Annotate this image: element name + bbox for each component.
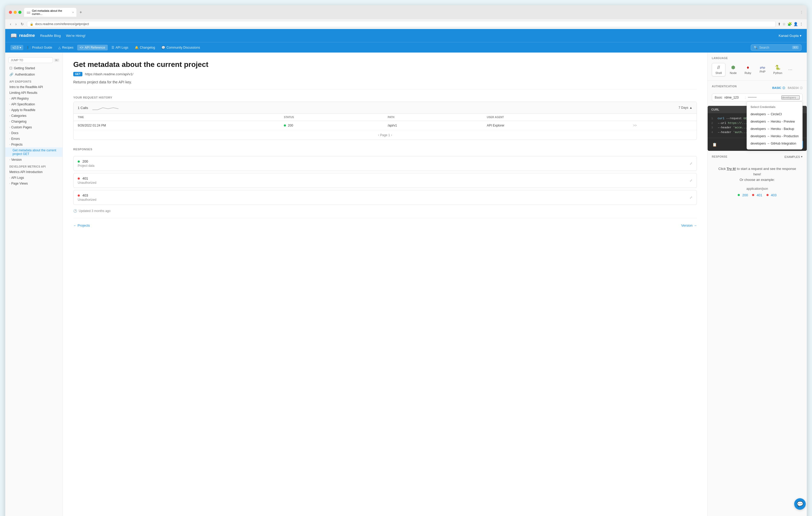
more-icon[interactable]: ⋮ [800, 22, 803, 26]
expand-icon-403: ⤢ [690, 195, 692, 200]
developer-metrics-section-label: DEVELOPER METRICS API [5, 162, 62, 169]
search-box[interactable]: 🔍 ⌘K [751, 44, 802, 51]
sidebar-group-errors[interactable]: › Errors [5, 136, 62, 142]
version-select[interactable]: v2.0 ▾ [10, 45, 23, 50]
browser-tab[interactable]: 📖 Get metadata about the curren... × [24, 8, 77, 17]
browser-titlebar: 📖 Get metadata about the curren... × + ⋮ [5, 5, 807, 19]
auth-header: AUTHENTICATION BASIC ⓘ BASE64 ⓘ [712, 85, 803, 91]
chevron-icon: › [9, 97, 10, 100]
sidebar-group-projects[interactable]: › Projects [5, 142, 62, 147]
lang-tab-shell[interactable]: // Shell [712, 63, 725, 76]
api-reference-icon: <> [80, 46, 83, 50]
dropdown-item-github[interactable]: developers → GitHub Integration [747, 140, 802, 147]
chevron-icon: › [9, 177, 10, 179]
sidebar-group-categories[interactable]: › Categories [5, 113, 62, 119]
sidebar-group-intro[interactable]: Intro to the ReadMe API [5, 84, 62, 90]
next-page-link[interactable]: Version → [681, 223, 697, 227]
auth-basic-toggle[interactable]: BASIC ⓘ [772, 86, 785, 90]
nav-changelog[interactable]: 🔔 Changelog [132, 45, 158, 51]
examples-button[interactable]: EXAMPLES ▾ [785, 155, 803, 158]
lang-tab-node[interactable]: ⬢ Node [726, 63, 740, 76]
lang-tab-php[interactable]: php PHP [756, 64, 770, 75]
bookmark-icon[interactable]: ☆ [782, 22, 786, 26]
tab-close-icon[interactable]: × [72, 11, 74, 14]
example-code-403[interactable]: 403 [766, 193, 777, 197]
search-input[interactable] [759, 46, 790, 50]
maximize-button[interactable] [18, 11, 22, 14]
user-menu[interactable]: Kanad Gupta ▾ [779, 34, 802, 38]
example-code-200[interactable]: 200 [738, 193, 748, 197]
period-select[interactable]: 7 Days ▲ [678, 106, 692, 110]
reload-button[interactable]: ↻ [20, 22, 25, 27]
getting-started-icon: ☐ [9, 66, 12, 70]
dropdown-item-heroku-production[interactable]: developers → Heroku - Production [747, 132, 802, 140]
nav-recipes[interactable]: △ Recipes [56, 45, 76, 51]
response-code-403: 403 [78, 193, 96, 198]
copy-code-button[interactable]: 📋 [711, 142, 718, 148]
more-languages-button[interactable]: ⋯ [786, 66, 794, 73]
sidebar-group-api-spec[interactable]: › API Specification [5, 101, 62, 107]
chevron-icon: › [9, 132, 10, 134]
table-row[interactable]: 9/26/2022 01:24 PM 200 /api/v1 API Explo… [74, 121, 697, 130]
response-item-401[interactable]: 401 Unauthorized ⤢ [73, 173, 697, 188]
profile-icon[interactable]: 👤 [793, 22, 798, 26]
prev-page-button[interactable]: ‹ [378, 133, 379, 137]
sidebar-group-api-registry[interactable]: › API Registry [5, 96, 62, 101]
dropdown-item-heroku-backup[interactable]: developers → Heroku - Backup [747, 125, 802, 132]
cell-status: 200 [280, 121, 383, 130]
response-item-200[interactable]: 200 Project data ⤢ [73, 156, 697, 171]
sidebar-group-custom-pages[interactable]: › Custom Pages [5, 124, 62, 130]
logo-icon: 📖 [10, 32, 17, 39]
auth-password-field[interactable] [748, 96, 763, 99]
nav-product-guide[interactable]: 📘 Product Guide [24, 45, 55, 51]
sidebar-group-page-views[interactable]: › Page Views [5, 181, 62, 186]
cell-arrow[interactable]: >> [629, 121, 697, 130]
sidebar-group-limiting[interactable]: Limiting API Results [5, 90, 62, 96]
hiring-link[interactable]: We're Hiring! [66, 34, 85, 38]
sidebar-group-changelog[interactable]: › Changelog [5, 119, 62, 124]
share-icon[interactable]: ⬆ [778, 22, 781, 26]
nav-api-logs[interactable]: ☰ API Logs [109, 45, 131, 51]
blog-link[interactable]: ReadMe Blog [40, 34, 61, 38]
extension-icon[interactable]: 🧩 [787, 22, 792, 26]
example-code-401[interactable]: 401 [752, 193, 762, 197]
right-panel: LANGUAGE // Shell ⬢ Node ♦ Ruby [707, 53, 807, 516]
credential-select-button[interactable]: developers ... [781, 95, 800, 99]
logo-text: readme [19, 33, 35, 38]
nav-community[interactable]: 💬 Community Discussions [159, 45, 203, 51]
sidebar-group-api-logs[interactable]: › API Logs [5, 175, 62, 181]
dropdown-item-heroku-preview[interactable]: developers → Heroku - Preview [747, 118, 802, 125]
forward-button[interactable]: › [14, 22, 18, 27]
sidebar-subitem-get-metadata[interactable]: Get metadata about the current project G… [5, 147, 62, 157]
sidebar-group-docs[interactable]: › Docs [5, 130, 62, 136]
logo[interactable]: 📖 readme [10, 32, 35, 39]
dropdown-item-circleci[interactable]: developers → CircleCI [747, 111, 802, 118]
auth-username-field[interactable] [724, 96, 743, 99]
bottom-navigation: ← Projects Version → [73, 218, 697, 233]
new-tab-button[interactable]: + [78, 10, 83, 14]
auth-row: Basic : developers ... [712, 94, 803, 101]
sidebar-item-getting-started[interactable]: ☐ Getting Started [5, 65, 62, 71]
auth-base64-toggle[interactable]: BASE64 ⓘ [788, 86, 803, 90]
sidebar-item-authentication[interactable]: 🔗 Authentication [5, 71, 62, 78]
shell-icon: // [717, 65, 720, 70]
response-item-403[interactable]: 403 Unauthorized ⤢ [73, 190, 697, 205]
minimize-button[interactable] [13, 11, 17, 14]
auth-section: AUTHENTICATION BASIC ⓘ BASE64 ⓘ [707, 81, 807, 106]
close-button[interactable] [9, 11, 12, 14]
prev-page-link[interactable]: ← Projects [73, 223, 90, 227]
sidebar-group-metrics-intro[interactable]: Metrics API Introduction [5, 169, 62, 175]
sidebar-group-version[interactable]: › Version [5, 157, 62, 162]
next-page-button[interactable]: › [391, 133, 392, 137]
expand-icon-401: ⤢ [690, 179, 692, 182]
version-label: v2.0 [12, 46, 19, 50]
address-bar[interactable]: 🔒 docs.readme.com/reference/getproject [27, 21, 776, 27]
sidebar-group-apply[interactable]: › Apply to ReadMe [5, 107, 62, 113]
chat-bubble[interactable]: 💬 [794, 498, 806, 510]
back-button[interactable]: ‹ [9, 22, 12, 27]
lang-tab-python[interactable]: 🐍 Python [771, 63, 785, 76]
browser-action-icons: ⬆ ☆ 🧩 👤 ⋮ [778, 22, 803, 26]
jump-to-input[interactable] [8, 57, 53, 63]
lang-tab-ruby[interactable]: ♦ Ruby [741, 63, 755, 76]
nav-api-reference[interactable]: <> API Reference [77, 45, 108, 51]
